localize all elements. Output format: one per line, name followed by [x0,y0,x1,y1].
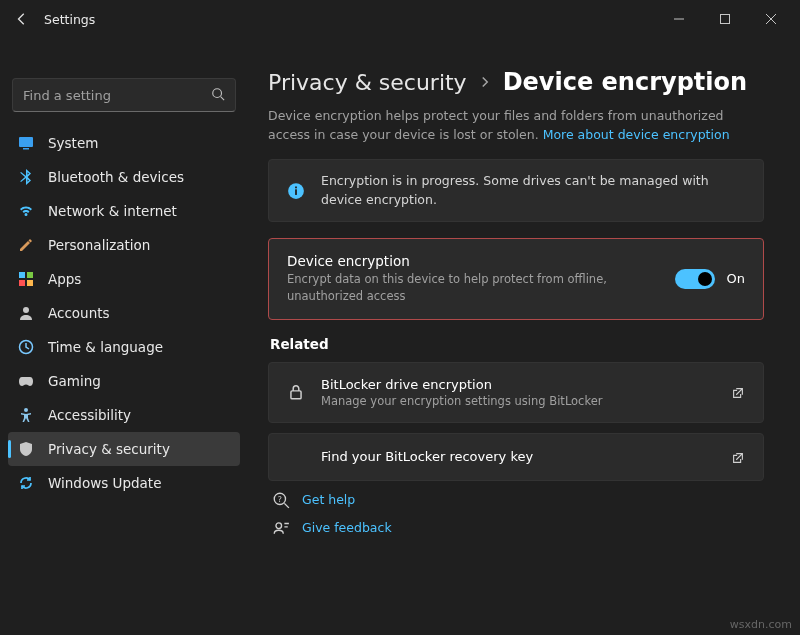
search-input[interactable]: Find a setting [12,78,236,112]
svg-rect-9 [27,280,33,286]
accounts-icon [18,305,34,321]
svg-line-3 [221,96,225,100]
sidebar-item-label: Apps [48,271,81,287]
svg-rect-16 [291,391,301,399]
sidebar-item-label: Accounts [48,305,110,321]
update-icon [18,475,34,491]
minimize-button[interactable] [656,4,702,34]
svg-rect-7 [27,272,33,278]
row-title: Find your BitLocker recovery key [321,449,715,464]
device-encryption-card: Device encryption Encrypt data on this d… [268,238,764,319]
gaming-icon [18,373,34,389]
search-icon [211,87,225,104]
get-help-row: ? Get help [272,491,764,509]
help-icon: ? [272,491,290,509]
svg-line-18 [284,503,289,508]
info-text: Encryption is in progress. Some drives c… [321,172,745,210]
accessibility-icon [18,407,34,423]
shield-icon [18,441,34,457]
breadcrumb: Privacy & security Device encryption [268,68,764,96]
sidebar-item-accessibility[interactable]: Accessibility [8,398,240,432]
svg-rect-5 [23,148,29,150]
get-help-link[interactable]: Get help [302,492,355,507]
sidebar-item-gaming[interactable]: Gaming [8,364,240,398]
toggle-title: Device encryption [287,253,659,269]
svg-text:?: ? [278,494,282,503]
svg-rect-8 [19,280,25,286]
sidebar-item-network[interactable]: Network & internet [8,194,240,228]
give-feedback-link[interactable]: Give feedback [302,520,392,535]
sidebar-item-label: Gaming [48,373,101,389]
sidebar-item-time[interactable]: Time & language [8,330,240,364]
sidebar-item-label: Bluetooth & devices [48,169,184,185]
row-subtitle: Manage your encryption settings using Bi… [321,394,715,408]
titlebar: Settings [0,0,800,38]
watermark: wsxdn.com [730,618,792,631]
sidebar-item-label: Privacy & security [48,441,170,457]
svg-point-10 [23,307,29,313]
breadcrumb-parent[interactable]: Privacy & security [268,70,467,95]
info-icon [287,182,305,200]
svg-point-20 [276,523,282,529]
sidebar-item-accounts[interactable]: Accounts [8,296,240,330]
search-placeholder: Find a setting [23,88,211,103]
svg-rect-1 [721,15,730,24]
chevron-right-icon [479,73,491,92]
maximize-button[interactable] [702,4,748,34]
system-icon [18,135,34,151]
sidebar-item-bluetooth[interactable]: Bluetooth & devices [8,160,240,194]
sidebar-item-label: Time & language [48,339,163,355]
lock-icon [287,383,305,401]
learn-more-link[interactable]: More about device encryption [543,127,730,142]
sidebar-item-label: Network & internet [48,203,177,219]
back-button[interactable] [6,3,38,35]
sidebar-item-label: Personalization [48,237,150,253]
close-button[interactable] [748,4,794,34]
toggle-subtitle: Encrypt data on this device to help prot… [287,271,659,304]
open-external-icon [731,450,745,464]
sidebar-item-label: Accessibility [48,407,131,423]
bluetooth-icon [18,169,34,185]
sidebar-item-apps[interactable]: Apps [8,262,240,296]
sidebar-item-system[interactable]: System [8,126,240,160]
svg-rect-4 [19,137,33,147]
sidebar: Find a setting System Bluetooth & device… [0,38,248,635]
bitlocker-row[interactable]: BitLocker drive encryption Manage your e… [268,362,764,423]
sidebar-item-update[interactable]: Windows Update [8,466,240,500]
window-controls [656,4,794,34]
wifi-icon [18,203,34,219]
toggle-state-label: On [727,271,745,286]
sidebar-item-personalization[interactable]: Personalization [8,228,240,262]
row-title: BitLocker drive encryption [321,377,715,392]
apps-icon [18,271,34,287]
personalization-icon [18,237,34,253]
svg-point-12 [24,408,28,412]
svg-rect-15 [295,186,297,188]
sidebar-item-label: System [48,135,98,151]
device-encryption-toggle[interactable]: On [675,269,745,289]
sidebar-item-privacy[interactable]: Privacy & security [8,432,240,466]
app-title: Settings [44,12,95,27]
time-icon [18,339,34,355]
svg-rect-6 [19,272,25,278]
info-banner: Encryption is in progress. Some drives c… [268,159,764,223]
main-content: Privacy & security Device encryption Dev… [248,38,800,635]
svg-point-2 [213,88,222,97]
open-external-icon [731,385,745,399]
page-title: Device encryption [503,68,747,96]
feedback-icon [272,519,290,537]
give-feedback-row: Give feedback [272,519,764,537]
recovery-key-row[interactable]: Find your BitLocker recovery key [268,433,764,481]
related-heading: Related [270,336,764,352]
svg-rect-14 [295,189,297,195]
sidebar-item-label: Windows Update [48,475,161,491]
page-description: Device encryption helps protect your fil… [268,106,764,145]
settings-window: Settings Find a setting System Bluetooth… [0,0,800,635]
